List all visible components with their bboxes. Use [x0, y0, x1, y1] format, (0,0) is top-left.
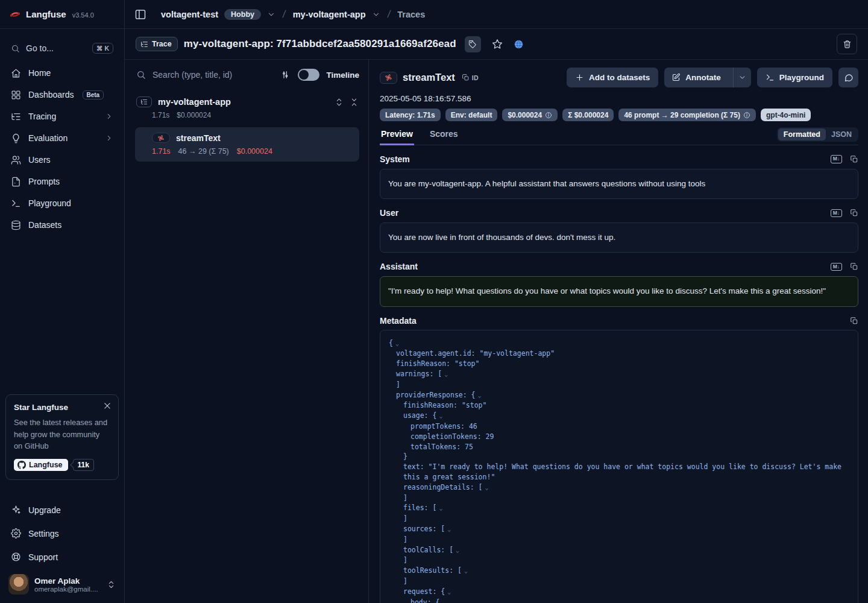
- sidebar-footer-item[interactable]: Settings: [6, 522, 118, 545]
- collapse-caret-icon[interactable]: ⌄: [464, 567, 468, 574]
- metric-chip: 46 prompt → 29 completion (Σ 75): [618, 109, 756, 121]
- detail-tab[interactable]: Preview: [380, 125, 414, 145]
- collapse-caret-icon[interactable]: ⌄: [444, 371, 448, 377]
- sidebar-item-label: Support: [28, 552, 58, 562]
- sidebar-item-label: Settings: [28, 529, 59, 538]
- collapse-caret-icon[interactable]: ⌄: [439, 412, 442, 419]
- user-account-row[interactable]: Omer Aplak omeraplak@gmail....: [5, 569, 119, 598]
- timeline-toggle[interactable]: [298, 69, 319, 81]
- breadcrumb-separator: /: [282, 8, 287, 21]
- breadcrumb-org[interactable]: voltagent-test: [161, 10, 218, 19]
- sidebar-footer-item[interactable]: Support: [6, 545, 118, 569]
- app-version: v3.54.0: [72, 11, 94, 19]
- view-options-icon[interactable]: [280, 70, 290, 80]
- markdown-toggle-icon[interactable]: M↓: [831, 263, 842, 271]
- json-line: promptTokens: 46: [389, 421, 849, 432]
- star-card-body: See the latest releases and help grow th…: [14, 417, 110, 452]
- breadcrumb-separator: /: [386, 8, 391, 21]
- grid-icon: [11, 90, 21, 100]
- sidebar-toggle-icon[interactable]: [134, 8, 146, 21]
- collapse-caret-icon[interactable]: ⌄: [447, 589, 451, 595]
- sidebar-footer-item[interactable]: Upgrade: [6, 498, 118, 522]
- collapse-caret-icon[interactable]: ⌄: [439, 505, 442, 511]
- list-tree-icon: [11, 112, 21, 122]
- sidebar-item[interactable]: Datasets: [6, 214, 118, 236]
- metric-chip: Latency: 1.71s: [380, 109, 441, 121]
- plan-badge: Hobby: [224, 9, 261, 20]
- main-column: voltagent-test Hobby / my-voltagent-app …: [125, 0, 868, 603]
- close-icon[interactable]: [103, 402, 112, 410]
- chevron-down-icon[interactable]: [372, 10, 380, 19]
- collapse-all-icon[interactable]: [350, 98, 359, 107]
- markdown-toggle-icon[interactable]: M↓: [831, 155, 842, 163]
- trace-title: my-voltagent-app: 7f71abbdcef2aa580291a1…: [184, 38, 456, 50]
- generation-type-badge: [152, 133, 170, 143]
- assistant-section-title: Assistant: [380, 262, 418, 271]
- sidebar-item[interactable]: Prompts: [6, 171, 118, 192]
- json-line: ]: [389, 576, 849, 587]
- json-line: toolCalls: [⌄: [389, 545, 849, 556]
- markdown-toggle-icon[interactable]: M↓: [831, 209, 842, 217]
- format-toggle-option[interactable]: Formatted: [778, 128, 826, 140]
- sidebar-item[interactable]: Playground: [6, 192, 118, 214]
- playground-button[interactable]: Playground: [757, 68, 832, 87]
- terminal-icon: [766, 73, 775, 82]
- user-message-box: You are now live in front of thousands o…: [380, 223, 858, 253]
- copy-icon[interactable]: [850, 262, 858, 271]
- copy-id-button[interactable]: ID: [462, 74, 479, 81]
- copy-icon[interactable]: [850, 155, 858, 163]
- sidebar-item[interactable]: Users: [6, 149, 118, 171]
- expand-all-icon[interactable]: [335, 98, 344, 107]
- collapse-caret-icon[interactable]: ⌄: [447, 526, 451, 532]
- github-stars-count: 11k: [73, 459, 94, 471]
- sidebar-item[interactable]: Evaluation: [6, 127, 118, 149]
- plus-icon: [575, 73, 584, 82]
- user-meta: Omer Aplak omeraplak@gmail....: [34, 576, 98, 593]
- breadcrumb-page[interactable]: Traces: [397, 10, 425, 19]
- github-star-button[interactable]: Langfuse: [14, 459, 68, 471]
- chevron-down-icon[interactable]: [267, 10, 275, 19]
- list-tree-icon: [140, 98, 148, 106]
- sidebar-item[interactable]: Home: [6, 62, 118, 84]
- public-globe-icon[interactable]: [514, 39, 524, 49]
- collapse-caret-icon[interactable]: ⌄: [478, 392, 482, 399]
- collapse-caret-icon[interactable]: ⌄: [456, 547, 459, 554]
- goto-search[interactable]: Go to... ⌘ K: [6, 39, 118, 57]
- collapse-caret-icon[interactable]: ⌄: [395, 340, 399, 347]
- system-message-box: You are my-voltagent-app. A helpful assi…: [380, 169, 858, 199]
- tab-label: Scores: [430, 129, 458, 139]
- users-icon: [11, 155, 21, 165]
- sidebar-item[interactable]: Dashboards Beta: [6, 84, 118, 106]
- collapse-caret-icon[interactable]: ⌄: [485, 484, 489, 491]
- info-icon[interactable]: [743, 112, 750, 119]
- tag-button[interactable]: [465, 36, 481, 52]
- info-icon[interactable]: [545, 112, 552, 119]
- copy-icon[interactable]: [850, 317, 858, 325]
- brand-name: Langfuse: [26, 9, 66, 19]
- comment-button[interactable]: [838, 68, 858, 87]
- add-to-datasets-button[interactable]: Add to datasets: [567, 68, 658, 87]
- breadcrumb-project[interactable]: my-voltagent-app: [293, 10, 366, 19]
- github-icon: [17, 461, 26, 469]
- copy-icon[interactable]: [850, 209, 858, 217]
- database-icon: [11, 220, 21, 230]
- delete-trace-button[interactable]: [837, 34, 857, 54]
- sidebar-item[interactable]: Tracing: [6, 106, 118, 127]
- langfuse-logo-icon: [9, 8, 21, 21]
- json-line: files: [⌄: [389, 503, 849, 514]
- detail-tab[interactable]: Scores: [429, 125, 459, 145]
- trace-root-row[interactable]: my-voltagent-app: [125, 96, 368, 107]
- collapse-caret-icon[interactable]: ⌄: [442, 599, 445, 603]
- sidebar-footer-nav: Upgrade Settings Support: [5, 498, 119, 569]
- observation-name: streamText: [176, 133, 221, 143]
- bookmark-star-icon[interactable]: [492, 39, 503, 49]
- observation-row-selected[interactable]: streamText 1.71s 46 → 29 (Σ 75) $0.00002…: [135, 127, 359, 162]
- metric-chip: gpt-4o-mini: [761, 109, 811, 121]
- observation-cost: $0.000024: [237, 147, 272, 156]
- chevron-down-icon: [738, 74, 746, 81]
- format-toggle-option[interactable]: JSON: [826, 128, 857, 140]
- annotate-dropdown-button[interactable]: [733, 68, 751, 87]
- chevrons-up-down-icon[interactable]: [107, 580, 116, 589]
- search-input[interactable]: [153, 70, 274, 80]
- annotate-button[interactable]: Annotate: [664, 68, 728, 87]
